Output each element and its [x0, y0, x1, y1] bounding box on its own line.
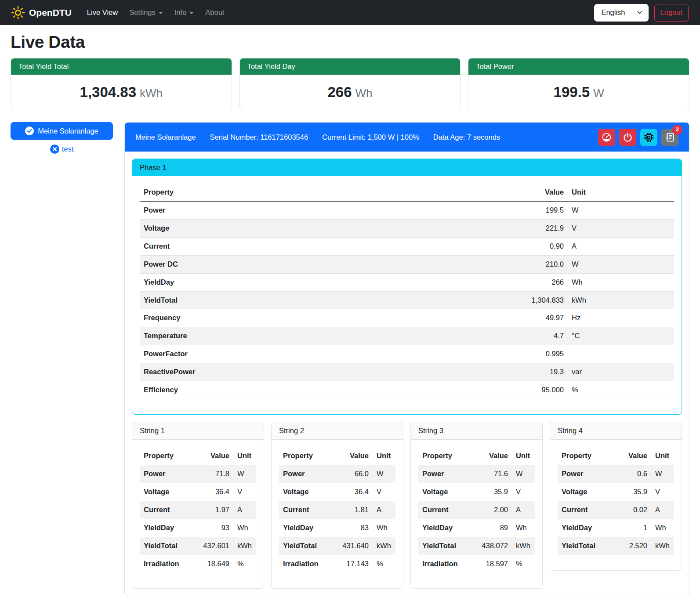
col-property: Property — [558, 447, 611, 465]
power-button[interactable] — [619, 129, 636, 146]
row-unit: W — [568, 255, 674, 273]
row-unit: kWh — [568, 291, 674, 309]
row-unit: W — [568, 201, 674, 219]
row-value: 1,304.833 — [514, 291, 568, 309]
row-property: Voltage — [279, 483, 332, 501]
row-value: 221.9 — [514, 219, 568, 237]
inverter-current-limit: Current Limit: 1,500 W | 100% — [322, 133, 419, 141]
brand-label: OpenDTU — [29, 7, 72, 18]
nav-item-live-view[interactable]: Live View — [81, 5, 123, 20]
col-property: Property — [140, 447, 193, 465]
check-circle-icon — [25, 127, 34, 135]
string-2-card: String 2 Property Value Unit — [271, 422, 403, 588]
inverter-selected-label: Meine Solaranlage — [38, 127, 98, 135]
row-value: 0.995 — [514, 345, 568, 363]
row-unit: Hz — [568, 309, 674, 327]
string-1-table: Property Value Unit Power — [140, 447, 256, 573]
row-value: 89 — [472, 519, 512, 537]
row-property: PowerFactor — [140, 345, 514, 363]
limit-settings-button[interactable] — [598, 129, 615, 146]
inverter-item-test[interactable]: test — [11, 145, 113, 154]
row-value: 266 — [514, 273, 568, 291]
summary-cards-row: Total Yield Total 1,304.83kWh Total Yiel… — [11, 58, 689, 110]
row-unit: A — [512, 501, 535, 519]
row-property: YieldTotal — [418, 537, 472, 555]
table-row: Current 0.02 A — [558, 501, 674, 519]
nav-item-info[interactable]: Info — [169, 5, 200, 20]
row-value: 93 — [193, 519, 233, 537]
language-select[interactable]: English — [594, 4, 648, 22]
table-row: Temperature 4.7 °C — [140, 327, 674, 345]
inverter-action-buttons: 2 — [598, 129, 678, 146]
row-value: 71.6 — [472, 465, 512, 483]
row-unit: V — [233, 483, 256, 501]
row-value: 66.0 — [332, 465, 373, 483]
card-body: 1,304.83kWh — [11, 75, 232, 110]
row-unit: % — [233, 555, 256, 573]
col-value: Value — [332, 447, 373, 465]
row-property: Voltage — [140, 483, 193, 501]
col-unit: Unit — [568, 184, 674, 201]
row-property: Current — [558, 501, 611, 519]
logout-button[interactable]: Logout — [654, 4, 689, 22]
row-value: 18.597 — [472, 555, 512, 573]
event-log-button[interactable]: 2 — [661, 129, 678, 146]
nav-item-settings[interactable]: Settings — [123, 5, 169, 20]
row-property: YieldTotal — [140, 291, 514, 309]
table-row: Voltage 35.9 V — [418, 483, 535, 501]
col-value: Value — [514, 184, 568, 201]
row-unit: Wh — [651, 519, 674, 537]
nav-item-about[interactable]: About — [199, 5, 230, 20]
table-row: YieldDay 1 Wh — [558, 519, 674, 537]
col-value: Value — [193, 447, 233, 465]
col-unit: Unit — [233, 447, 256, 465]
table-row: ReactivePower 19.3 var — [140, 363, 674, 381]
total-yield-total-unit: kWh — [140, 87, 163, 100]
table-row: Power 66.0 W — [279, 465, 395, 483]
phase-1-body: Property Value Unit Power — [132, 176, 682, 414]
string-4-card: String 4 Property Value Unit — [550, 422, 682, 571]
table-row: Frequency 49.97 Hz — [140, 309, 674, 327]
row-property: YieldDay — [558, 519, 611, 537]
device-info-button[interactable] — [640, 129, 657, 146]
inverter-selected-button[interactable]: Meine Solaranlage — [11, 122, 113, 140]
row-value: 1.97 — [193, 501, 233, 519]
row-property: Voltage — [558, 483, 611, 501]
table-row: Efficiency 95.000 % — [140, 381, 674, 399]
table-row: Current 2.00 A — [418, 501, 535, 519]
row-property: Power — [279, 465, 332, 483]
row-property: Voltage — [418, 483, 472, 501]
inverter-card-body: Phase 1 Property Value Unit — [125, 152, 689, 596]
string-3-card: String 3 Property Value Unit — [410, 422, 543, 588]
sun-icon — [11, 6, 25, 19]
card-header: Total Yield Total — [11, 58, 232, 75]
row-value: 49.97 — [514, 309, 568, 327]
cpu-icon — [644, 132, 654, 142]
row-property: Current — [418, 501, 472, 519]
string-4-title: String 4 — [550, 422, 682, 440]
table-row: YieldDay 83 Wh — [279, 519, 395, 537]
caret-down-icon — [189, 12, 194, 14]
row-unit: W — [233, 465, 256, 483]
brand-openDTU[interactable]: OpenDTU — [11, 6, 72, 19]
string-1-card: String 1 Property Value Unit — [132, 422, 264, 588]
row-value: 36.4 — [193, 483, 233, 501]
caret-down-icon — [159, 12, 163, 14]
table-row: YieldDay 93 Wh — [140, 519, 256, 537]
table-row: Irradiation 18.597 % — [418, 555, 535, 573]
row-unit: A — [651, 501, 674, 519]
table-header-row: Property Value Unit — [418, 447, 535, 465]
row-property: YieldTotal — [140, 537, 193, 555]
row-value: 35.9 — [611, 483, 651, 501]
table-row: YieldTotal 431.640 kWh — [279, 537, 395, 555]
table-header-row: Property Value Unit — [140, 447, 256, 465]
table-row: Voltage 221.9 V — [140, 219, 674, 237]
total-yield-day-value: 266 — [327, 84, 352, 100]
table-row: Power 199.5 W — [140, 201, 674, 219]
row-unit: V — [651, 483, 674, 501]
row-property: Power — [418, 465, 472, 483]
row-unit: Wh — [512, 519, 535, 537]
row-value: 0.02 — [611, 501, 651, 519]
row-property: Irradiation — [140, 555, 193, 573]
table-row: Power 71.6 W — [418, 465, 535, 483]
